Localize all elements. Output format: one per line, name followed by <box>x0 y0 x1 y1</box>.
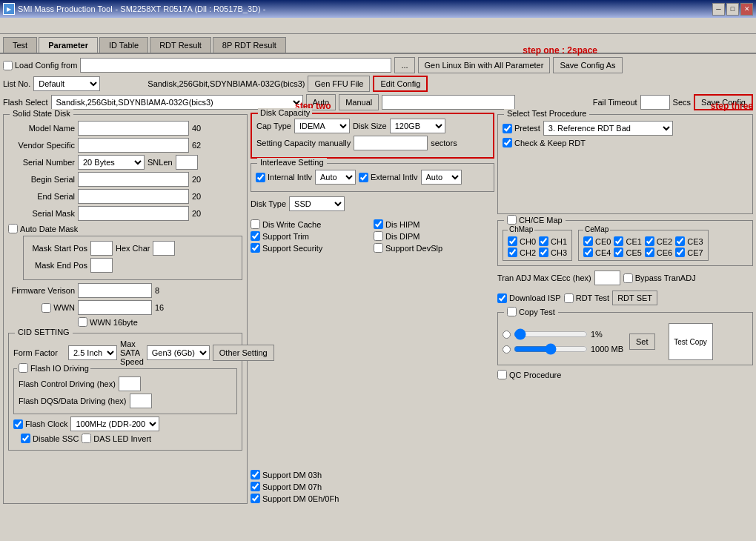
sn-len-input[interactable]: 20 <box>176 155 198 170</box>
ce0-check[interactable] <box>583 236 593 246</box>
support-dm-07h-check[interactable] <box>251 482 260 491</box>
copy-radio-2[interactable] <box>503 345 511 354</box>
close-button[interactable]: ✕ <box>740 3 753 16</box>
ch2-checkbox[interactable]: CH2 <box>508 248 536 257</box>
ch1-checkbox[interactable]: CH1 <box>539 236 567 246</box>
support-devslp-checkbox[interactable]: Support DevSlp <box>374 243 494 253</box>
other-setting-button[interactable]: Other Setting <box>213 345 274 361</box>
tab-id-table[interactable]: ID Table <box>99 37 148 53</box>
disable-ssc-check[interactable] <box>21 434 30 443</box>
rdt-set-button[interactable]: RDT SET <box>612 291 657 305</box>
vendor-specific-input[interactable]: SMI 2258XT PROJECT <box>78 138 189 153</box>
form-factor-select[interactable]: 2.5 Inch <box>68 345 117 360</box>
ce7-checkbox[interactable]: CE7 <box>675 248 703 257</box>
support-devslp-check[interactable] <box>374 243 383 253</box>
support-dm-07h-checkbox[interactable]: Support DM 07h <box>251 482 322 491</box>
serial-mask-input[interactable]: AA############## <box>78 206 189 221</box>
tran-adj-input[interactable]: 0 <box>594 270 620 285</box>
maximize-button[interactable]: □ <box>726 3 739 16</box>
flash-clock-checkbox[interactable]: Flash Clock <box>13 419 67 429</box>
copy-slider-1[interactable] <box>514 328 588 340</box>
ce6-checkbox[interactable]: CE6 <box>645 248 672 257</box>
ce5-checkbox[interactable]: CE5 <box>614 248 641 257</box>
qc-procedure-checkbox[interactable]: QC Procedure <box>497 370 561 379</box>
ce4-checkbox[interactable]: CE4 <box>583 248 611 257</box>
check-keep-rdt-check[interactable] <box>503 138 512 147</box>
end-serial-input[interactable]: AA9999999999999999 <box>78 189 189 204</box>
firmware-version-input[interactable] <box>78 283 152 298</box>
ce5-check[interactable] <box>614 248 623 257</box>
external-intlv-check[interactable] <box>359 173 368 182</box>
ce2-checkbox[interactable]: CE2 <box>645 236 672 246</box>
download-isp-check[interactable] <box>497 293 507 303</box>
copy-slider-2[interactable] <box>514 343 588 355</box>
tab-rdt-result[interactable]: RDT Result <box>150 37 211 53</box>
ce4-check[interactable] <box>583 248 593 257</box>
mask-start-pos-input[interactable]: 4 <box>90 241 113 256</box>
dis-dipm-check[interactable] <box>374 231 383 241</box>
flash-clock-select[interactable]: 100MHz (DDR-200) <box>70 416 159 431</box>
internal-intlv-select[interactable]: Auto <box>315 170 356 185</box>
ch1-check[interactable] <box>539 236 548 246</box>
support-dm-03h-checkbox[interactable]: Support DM 03h <box>251 470 322 479</box>
flash-io-driving-check[interactable] <box>19 363 28 373</box>
das-led-invert-checkbox[interactable]: DAS LED Invert <box>82 434 151 443</box>
serial-number-select[interactable]: 20 Bytes <box>78 155 145 170</box>
load-config-checkbox[interactable]: Load Config from <box>3 61 77 70</box>
pretest-select[interactable]: 3. Reference RDT Bad <box>543 121 673 136</box>
external-intlv-checkbox[interactable]: External Intlv <box>359 173 418 182</box>
browse-button[interactable]: ... <box>394 57 414 73</box>
ch3-checkbox[interactable]: CH3 <box>539 248 567 257</box>
mask-end-pos-input[interactable]: 7 <box>90 258 113 273</box>
support-dm-03h-check[interactable] <box>251 470 260 479</box>
auto-date-mask-check[interactable] <box>8 224 18 233</box>
support-trim-checkbox[interactable]: Support Trim <box>251 231 371 241</box>
copy-radio-1[interactable] <box>503 331 511 339</box>
flash-dqs-input[interactable]: AA <box>130 394 152 408</box>
db-value-input[interactable]: SM2258XT-DataBase-R0529 <box>382 95 515 110</box>
flash-io-driving-checkbox[interactable]: Flash IO Driving <box>19 363 89 373</box>
disk-size-select[interactable]: 120GB <box>390 119 445 133</box>
load-config-input[interactable] <box>80 58 391 73</box>
flash-select[interactable]: Sandisk,256Gbit,SDYNBIAMA-032G(bics3) <box>51 95 303 110</box>
wwn-input[interactable] <box>78 300 152 315</box>
disk-type-select[interactable]: SSD <box>289 196 345 211</box>
ch0-checkbox[interactable]: CH0 <box>508 236 536 246</box>
ch-ce-map-check[interactable] <box>507 215 517 225</box>
save-config-as-button[interactable]: Save Config As <box>553 57 622 73</box>
ch2-check[interactable] <box>508 248 517 257</box>
bypass-tran-adj-check[interactable] <box>623 273 633 283</box>
manual-button[interactable]: Manual <box>339 94 379 110</box>
ce0-checkbox[interactable]: CE0 <box>583 236 611 246</box>
gen-linux-button[interactable]: Gen Linux Bin with All Parameter <box>418 57 551 73</box>
ce1-check[interactable] <box>614 236 623 246</box>
pretest-check[interactable] <box>503 124 512 133</box>
tab-8p-rdt-result[interactable]: 8P RDT Result <box>213 37 286 53</box>
ce3-checkbox[interactable]: CE3 <box>675 236 703 246</box>
wwn-16byte-checkbox[interactable]: WWN 16byte <box>78 317 138 327</box>
pretest-checkbox[interactable]: Pretest <box>503 124 540 133</box>
dis-hipm-check[interactable] <box>374 219 383 229</box>
wwn-checkbox[interactable]: WWN <box>8 303 75 313</box>
ch0-check[interactable] <box>508 236 517 246</box>
qc-procedure-check[interactable] <box>497 370 507 379</box>
tab-parameter[interactable]: Parameter <box>39 37 98 53</box>
flash-clock-check[interactable] <box>13 419 23 429</box>
wwn-16byte-check[interactable] <box>78 317 87 327</box>
support-trim-check[interactable] <box>251 231 260 241</box>
ce7-check[interactable] <box>675 248 685 257</box>
ce3-check[interactable] <box>675 236 685 246</box>
internal-intlv-check[interactable] <box>256 173 265 182</box>
max-sata-select[interactable]: Gen3 (6Gb) <box>147 345 210 360</box>
auto-date-mask-checkbox[interactable]: Auto Date Mask <box>8 224 78 233</box>
hex-char-input[interactable] <box>153 241 175 256</box>
dis-write-cache-checkbox[interactable]: Dis Write Cache <box>251 219 371 229</box>
begin-serial-input[interactable]: AA000000000000000542 <box>78 172 189 187</box>
external-intlv-select[interactable]: Auto <box>421 170 462 185</box>
check-keep-rdt-checkbox[interactable]: Check & Keep RDT <box>503 138 586 147</box>
fail-timeout-input[interactable]: 600 <box>640 95 670 110</box>
dis-write-cache-check[interactable] <box>251 219 260 229</box>
disable-ssc-checkbox[interactable]: Disable SSC <box>21 434 79 443</box>
model-name-input[interactable]: BiCS <box>78 121 189 136</box>
support-security-check[interactable] <box>251 243 260 253</box>
